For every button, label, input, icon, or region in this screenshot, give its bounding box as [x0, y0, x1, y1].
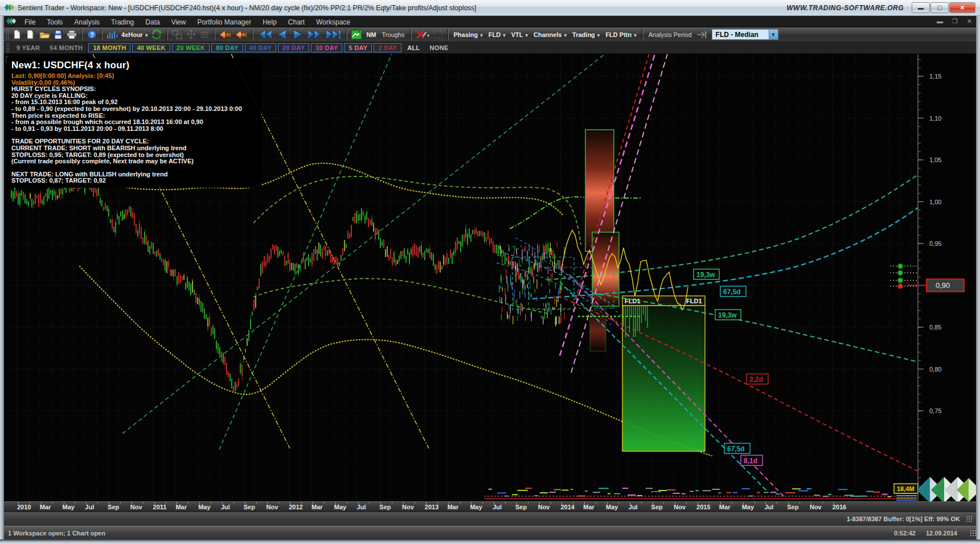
- svg-text:19,3w: 19,3w: [718, 311, 737, 319]
- pan-icon[interactable]: [184, 28, 198, 41]
- cycle-button-none[interactable]: NONE: [426, 44, 453, 52]
- cycle-button-9-year[interactable]: 9 YEAR: [13, 44, 44, 52]
- date-tick-minor: [663, 502, 664, 504]
- cycle-button-40-day[interactable]: 40 DAY: [245, 43, 276, 52]
- fld-median-dropdown-arrow[interactable]: ▼: [769, 29, 778, 40]
- jump-back-50-button[interactable]: 50: [218, 28, 233, 41]
- peak-target-zones[interactable]: [585, 130, 619, 351]
- date-label: 2011: [153, 504, 167, 510]
- menu-item-portfolio-manager[interactable]: Portfolio Manager: [191, 18, 257, 26]
- delete-analysis-button[interactable]: ▾: [414, 28, 431, 41]
- close-button[interactable]: ✕: [949, 2, 975, 13]
- analysis-period-apply-icon[interactable]: [695, 28, 708, 41]
- date-tick-minor: [641, 502, 642, 504]
- analysis-chart-icon[interactable]: [350, 28, 363, 41]
- date-tick-minor: [120, 502, 121, 504]
- dropdown-fld-pttn[interactable]: FLD Pttn▾: [602, 31, 639, 38]
- date-label: Mar: [583, 504, 594, 510]
- timeframe-dropdown[interactable]: 4xHour▾: [118, 31, 150, 38]
- buffer-bar: 1-8387/8387 Buffer: 0[1%] Eff: 99% OK: [4, 512, 976, 526]
- menu-item-help[interactable]: Help: [257, 18, 282, 26]
- selection-box-icon[interactable]: [431, 28, 445, 41]
- price-history-icon[interactable]: ▾: [105, 28, 118, 41]
- mdi-close-icon[interactable]: ✕: [967, 18, 972, 25]
- date-tick-minor: [777, 502, 777, 504]
- lines-icon[interactable]: [198, 28, 211, 41]
- cycle-button-2-day[interactable]: 2 DAY: [374, 43, 401, 52]
- title-bar[interactable]: Sentient Trader - Workspace: New - [USDC…: [0, 0, 980, 16]
- trough-target-zone[interactable]: FLD1FLD1: [622, 296, 705, 451]
- toolbar-grip[interactable]: [6, 30, 9, 40]
- cycle-label-8,1d[interactable]: 8,1d: [741, 455, 762, 465]
- date-label: May: [470, 504, 482, 510]
- cycle-button-20-week[interactable]: 20 WEEK: [172, 43, 210, 52]
- fld-median-value[interactable]: FLD - Median: [712, 29, 769, 40]
- add-symbol-button[interactable]: [24, 28, 38, 41]
- refresh-button[interactable]: [150, 28, 164, 41]
- price-axis[interactable]: 1,151,101,051,000,950,900,850,800,75: [918, 54, 941, 501]
- cycle-label-67,5d[interactable]: 67,5d: [724, 443, 750, 454]
- fast-forward-button[interactable]: [306, 28, 324, 41]
- window-border-left: [0, 16, 4, 539]
- menu-item-chart[interactable]: Chart: [282, 18, 310, 26]
- svg-text:8,1d: 8,1d: [744, 457, 757, 465]
- maximize-button[interactable]: ▢: [930, 2, 949, 13]
- menu-item-view[interactable]: View: [166, 18, 192, 26]
- menu-items: FileToolsAnalysisTradingDataViewPortfoli…: [19, 17, 356, 27]
- bottom-cycle-label[interactable]: 18,4M: [894, 484, 918, 493]
- menu-item-data[interactable]: Data: [140, 18, 165, 26]
- svg-text:1,05: 1,05: [929, 156, 941, 163]
- help-button[interactable]: ?: [85, 28, 99, 41]
- fld-median-combobox[interactable]: FLD - Median ▼: [712, 29, 778, 40]
- cycle-button-18-month[interactable]: 18 MONTH: [88, 43, 130, 52]
- cycle-button-40-week[interactable]: 40 WEEK: [132, 43, 170, 52]
- chart-area[interactable]: FLD1FLD119,3w67,5d19,3w2,2d67,5d8,1d18,4…: [4, 54, 976, 501]
- go-start-button[interactable]: [256, 28, 274, 41]
- cycle-button-5-day[interactable]: 5 DAY: [344, 43, 372, 52]
- dropdown-channels[interactable]: Channels▾: [531, 31, 569, 38]
- step-forward-button[interactable]: [290, 28, 306, 41]
- menu-item-file[interactable]: File: [19, 18, 41, 26]
- analysis-period-label[interactable]: Analysis Period: [646, 31, 695, 38]
- timeframe-bar-grip[interactable]: [6, 43, 9, 53]
- mdi-minimize-icon[interactable]: ▬: [937, 18, 943, 25]
- date-label: Jul: [357, 504, 366, 510]
- app-icon: [5, 3, 14, 12]
- open-workspace-button[interactable]: [38, 28, 51, 41]
- cycle-label-2,2d[interactable]: 2,2d: [747, 374, 768, 384]
- dropdown-phasing[interactable]: Phasing▾: [451, 31, 486, 38]
- date-tick-minor: [505, 502, 506, 504]
- cycle-label-19,3w[interactable]: 19,3w: [715, 310, 741, 320]
- date-tick-minor: [415, 502, 415, 504]
- cycle-label-67,5d[interactable]: 67,5d: [720, 286, 746, 296]
- current-price-marker: 0,90: [908, 279, 964, 292]
- step-back-button[interactable]: [274, 28, 290, 41]
- dropdown-trading[interactable]: Trading▾: [569, 31, 602, 38]
- resize-grip[interactable]: [966, 516, 973, 522]
- menu-item-trading[interactable]: Trading: [105, 18, 140, 26]
- menu-item-workspace[interactable]: Workspace: [310, 18, 356, 26]
- menu-item-analysis[interactable]: Analysis: [68, 18, 105, 26]
- new-chart-button[interactable]: [10, 28, 24, 41]
- dropdown-vtl[interactable]: VTL▾: [509, 31, 531, 38]
- link-charts-icon[interactable]: [170, 28, 184, 41]
- mdi-restore-icon[interactable]: ❐: [952, 18, 958, 25]
- cycle-button-54-month[interactable]: 54 MONTH: [46, 44, 87, 52]
- cycle-button-10-day[interactable]: 10 DAY: [311, 43, 342, 52]
- date-axis[interactable]: 2010MarMayJulSepNov2011MarMayJulSepNov20…: [4, 501, 976, 512]
- cycle-button-all[interactable]: ALL: [403, 44, 424, 52]
- minimize-button[interactable]: ▬: [912, 2, 930, 13]
- cycle-label-19,3w[interactable]: 19,3w: [694, 269, 719, 279]
- jump-back-10-button[interactable]: 10: [233, 28, 249, 41]
- synopsis-line: - from a possible trough which occurred …: [11, 119, 257, 126]
- print-button[interactable]: [65, 28, 79, 41]
- date-label: Mar: [448, 504, 459, 510]
- go-end-button[interactable]: [324, 28, 343, 41]
- nm-label[interactable]: NM: [363, 31, 379, 38]
- dropdown-fld[interactable]: FLD▾: [486, 31, 509, 38]
- troughs-label[interactable]: Troughs: [379, 31, 408, 38]
- save-button[interactable]: [51, 28, 65, 41]
- cycle-button-20-day[interactable]: 20 DAY: [278, 43, 309, 52]
- menu-item-tools[interactable]: Tools: [41, 18, 68, 26]
- cycle-button-80-day[interactable]: 80 DAY: [211, 43, 243, 52]
